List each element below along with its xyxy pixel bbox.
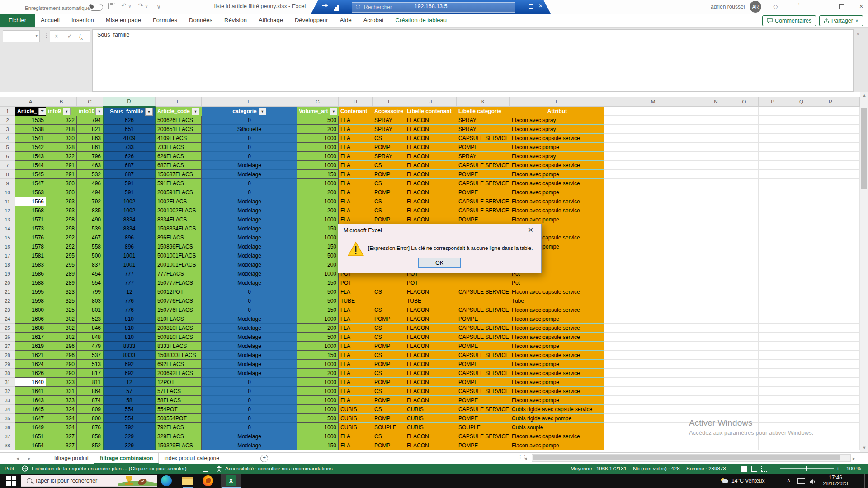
cell-D22[interactable]: 776 (103, 296, 156, 305)
cell-K2[interactable]: SPRAY (457, 116, 510, 125)
cell-L4[interactable]: Flacon avec capsule service (510, 134, 604, 143)
cell-O11[interactable] (730, 197, 759, 206)
cell-D36[interactable]: 792 (103, 423, 156, 432)
cell-K24[interactable]: POMPE (457, 314, 510, 324)
header-cell-H1[interactable]: Contenant (339, 107, 373, 116)
cell-C29[interactable]: 513 (77, 360, 103, 369)
cell-F31[interactable]: 0 (202, 378, 297, 387)
cell-J32[interactable]: FLACON (405, 387, 457, 396)
cell-L38[interactable]: Flacon avec pompe (510, 441, 604, 450)
cell-J21[interactable]: FLACON (405, 287, 457, 296)
cell-P20[interactable] (759, 278, 787, 287)
background-query-status[interactable]: Exécution de la requête en arrière-plan … (32, 464, 187, 474)
ribbon-tab-acrobat[interactable]: Acrobat (358, 14, 390, 27)
cell-D26[interactable]: 810 (103, 333, 156, 342)
cell-M4[interactable] (604, 134, 702, 143)
cell-A38[interactable]: 1654 (15, 441, 46, 450)
cell-J22[interactable]: TUBE (405, 296, 457, 305)
cell-D12[interactable]: 1002 (103, 206, 156, 215)
cell-D32[interactable]: 57 (103, 387, 156, 396)
cell-C6[interactable]: 796 (77, 152, 103, 161)
cell-R5[interactable] (816, 143, 845, 152)
cell-L32[interactable]: Flacon avec capsule service (510, 387, 604, 396)
cell-K8[interactable]: POMPE (457, 170, 510, 179)
cell-Q21[interactable] (787, 287, 816, 296)
cell-I28[interactable]: CS (373, 351, 405, 360)
cell-G20[interactable]: 150 (297, 278, 339, 287)
cell-G25[interactable]: 200 (297, 324, 339, 333)
dialog-close-icon[interactable]: ✕ (528, 226, 533, 234)
col-header-O[interactable]: O (730, 97, 759, 107)
cell-J37[interactable]: FLACON (405, 432, 457, 441)
select-all-button[interactable] (0, 97, 15, 107)
cell-H21[interactable]: FLA (339, 287, 373, 296)
cell-E7[interactable]: 687FLACS (156, 161, 202, 170)
cell-P7[interactable] (759, 161, 787, 170)
cell-D3[interactable]: 651 (103, 125, 156, 134)
cell-P11[interactable] (759, 197, 787, 206)
quick-access-more-icon[interactable]: ∨ (156, 3, 161, 10)
cell-P31[interactable] (759, 378, 787, 387)
cell-L12[interactable]: Flacon avec capsule service (510, 206, 604, 215)
cell-L30[interactable]: Flacon avec capsule service (510, 369, 604, 378)
col-header-E[interactable]: E (156, 97, 202, 107)
cell-E5[interactable]: 733FLACS (156, 143, 202, 152)
cancel-icon[interactable]: × (55, 33, 58, 39)
cell-L8[interactable]: Flacon avec pompe (510, 170, 604, 179)
cell-C24[interactable]: 523 (77, 314, 103, 324)
cell-C35[interactable]: 800 (77, 414, 103, 423)
cell-H31[interactable]: FLA (339, 378, 373, 387)
cell-E28[interactable]: 1508333FLACS (156, 351, 202, 360)
cell-K35[interactable]: POMPE (457, 414, 510, 423)
cell-R9[interactable] (816, 179, 845, 188)
cell-D4[interactable]: 4109 (103, 134, 156, 143)
filter-dropdown-icon[interactable]: ▾ (95, 108, 103, 115)
cell-B19[interactable]: 289 (46, 269, 77, 278)
cell-E18[interactable]: 2001001FLACS (156, 260, 202, 269)
cell-B29[interactable]: 290 (46, 360, 77, 369)
row-header-7[interactable]: 7 (0, 161, 15, 170)
row-header-37[interactable]: 37 (0, 432, 15, 441)
cell-O1[interactable] (730, 107, 759, 116)
cell-M9[interactable] (604, 179, 702, 188)
cell-E38[interactable]: 150329FLACS (156, 441, 202, 450)
cell-K5[interactable]: POMPE (457, 143, 510, 152)
cell-M28[interactable] (604, 351, 702, 360)
cell-J34[interactable]: CUBIS (405, 405, 457, 414)
cell-I24[interactable]: POMP (373, 314, 405, 324)
new-sheet-button[interactable]: + (260, 455, 268, 462)
cell-L22[interactable]: Tube (510, 296, 604, 305)
cell-L26[interactable]: Flacon avec capsule service (510, 333, 604, 342)
cell-S31[interactable] (845, 378, 860, 387)
cell-S1[interactable] (845, 107, 860, 116)
cell-K21[interactable]: CAPSULE SERVICE (457, 287, 510, 296)
cell-R30[interactable] (816, 369, 845, 378)
cell-I2[interactable]: SPRAY (373, 116, 405, 125)
cell-O16[interactable] (730, 242, 759, 251)
cell-C38[interactable]: 852 (77, 441, 103, 450)
cell-C11[interactable]: 792 (77, 197, 103, 206)
cell-N27[interactable] (702, 342, 730, 351)
cell-R18[interactable] (816, 260, 845, 269)
cell-Q32[interactable] (787, 387, 816, 396)
cell-B35[interactable]: 324 (46, 414, 77, 423)
taskbar-search-box[interactable]: Taper ici pour rechercher (21, 475, 157, 487)
cell-O5[interactable] (730, 143, 759, 152)
cell-I3[interactable]: SPRAY (373, 125, 405, 134)
cell-A11[interactable]: 1566 (15, 197, 46, 206)
pin-icon[interactable] (322, 4, 328, 7)
ok-button[interactable]: OK (418, 258, 461, 268)
cell-A16[interactable]: 1578 (15, 242, 46, 251)
zoom-level[interactable]: 100 % (846, 464, 861, 474)
cell-A13[interactable]: 1571 (15, 215, 46, 224)
cell-E37[interactable]: 329FLACS (156, 432, 202, 441)
cell-F8[interactable]: Modelage (202, 170, 297, 179)
cell-R29[interactable] (816, 360, 845, 369)
cell-S8[interactable] (845, 170, 860, 179)
row-header-8[interactable]: 8 (0, 170, 15, 179)
ribbon-tab-d-veloppeur[interactable]: Développeur (289, 14, 334, 27)
cell-P23[interactable] (759, 305, 787, 314)
cell-B18[interactable]: 295 (46, 260, 77, 269)
cell-G14[interactable]: 150 (297, 224, 339, 233)
cell-P2[interactable] (759, 116, 787, 125)
